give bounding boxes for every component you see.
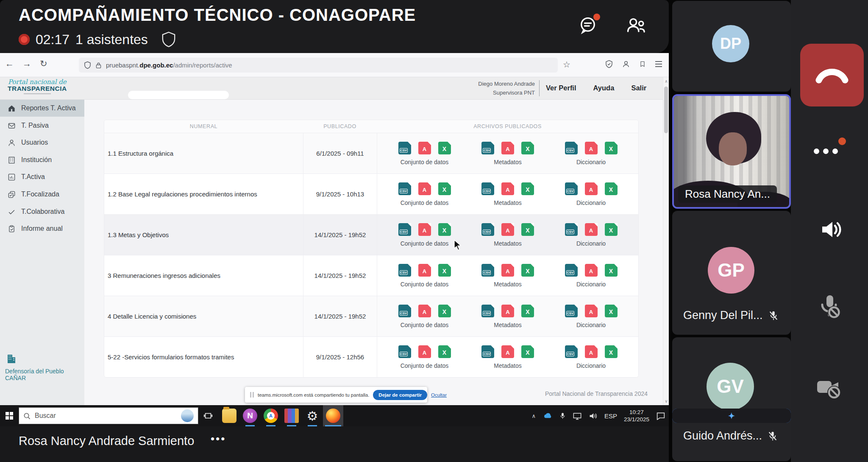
task-view-icon[interactable] xyxy=(198,411,218,420)
sidebar-item-institucion[interactable]: Institución xyxy=(0,151,84,168)
keyboard-language[interactable]: ESP xyxy=(604,412,617,420)
xls-file-icon[interactable]: X xyxy=(438,142,451,154)
pdf-file-icon[interactable]: A xyxy=(418,305,431,317)
xls-file-icon[interactable]: X xyxy=(521,305,534,317)
library-icon[interactable] xyxy=(639,60,646,68)
weather-widget-icon[interactable] xyxy=(181,409,194,422)
pdf-file-icon[interactable]: A xyxy=(418,345,431,358)
xls-file-icon[interactable]: X xyxy=(521,223,534,236)
sidebar-item-usuarios[interactable]: Usuarios xyxy=(0,134,84,151)
xls-file-icon[interactable]: X xyxy=(605,305,618,317)
scrollbar-thumb[interactable] xyxy=(664,87,668,133)
forward-icon[interactable]: → xyxy=(22,59,31,69)
pdf-file-icon[interactable]: A xyxy=(501,223,514,236)
csv-file-icon[interactable]: CSV xyxy=(481,182,494,195)
speaker-icon[interactable] xyxy=(819,216,845,243)
csv-file-icon[interactable]: CSV xyxy=(481,264,494,277)
xls-file-icon[interactable]: X xyxy=(605,223,618,236)
sidebar-item-reportes-t-activa[interactable]: Reportes T. Activa xyxy=(0,100,84,117)
csv-file-icon[interactable]: CSV xyxy=(398,345,411,358)
csv-file-icon[interactable]: CSV xyxy=(398,223,411,236)
browser-profile-icon[interactable]: N xyxy=(243,409,257,423)
menu-ver-perfil[interactable]: Ver Perfil xyxy=(546,84,576,92)
pdf-file-icon[interactable]: A xyxy=(585,264,598,277)
xls-file-icon[interactable]: X xyxy=(521,182,534,195)
chat-icon[interactable] xyxy=(577,15,598,36)
protections-shield-icon[interactable] xyxy=(605,60,613,68)
hang-up-button[interactable] xyxy=(800,44,864,106)
pdf-file-icon[interactable]: A xyxy=(501,305,514,317)
xls-file-icon[interactable]: X xyxy=(438,264,451,277)
menu-icon[interactable] xyxy=(655,61,662,67)
mic-muted-icon[interactable] xyxy=(815,293,843,320)
tray-expand-icon[interactable]: ∧ xyxy=(531,413,536,419)
chrome-icon[interactable]: A xyxy=(264,409,278,423)
scroll-down-icon[interactable]: ∨ xyxy=(664,399,669,403)
pdf-file-icon[interactable]: A xyxy=(418,223,431,236)
menu-salir[interactable]: Salir xyxy=(631,84,646,92)
xls-file-icon[interactable]: X xyxy=(521,142,534,154)
xls-file-icon[interactable]: X xyxy=(438,182,451,195)
clock[interactable]: 10:27 23/1/2025 xyxy=(624,409,649,423)
pdf-file-icon[interactable]: A xyxy=(585,182,598,195)
csv-file-icon[interactable]: CSV xyxy=(565,264,578,277)
volume-icon[interactable] xyxy=(589,412,598,420)
xls-file-icon[interactable]: X xyxy=(605,264,618,277)
winrar-icon[interactable] xyxy=(284,409,299,423)
sidebar-item-t-colaborativa[interactable]: T.Colaborativa xyxy=(0,203,84,220)
taskbar-search-input[interactable]: Buscar xyxy=(19,407,198,424)
sidebar-item-t-pasiva[interactable]: T. Pasiva xyxy=(0,117,84,134)
csv-file-icon[interactable]: CSV xyxy=(565,182,578,195)
stop-sharing-button[interactable]: Dejar de compartir xyxy=(373,390,427,400)
csv-file-icon[interactable]: CSV xyxy=(565,223,578,236)
account-icon[interactable] xyxy=(622,60,630,68)
media-icon[interactable]: ✦ xyxy=(672,409,791,423)
menu-ayuda[interactable]: Ayuda xyxy=(593,84,615,92)
lock-icon[interactable] xyxy=(95,62,102,69)
pdf-file-icon[interactable]: A xyxy=(585,345,598,358)
participant-tile-gp[interactable]: GP Genny Del Pil... xyxy=(672,211,791,335)
pdf-file-icon[interactable]: A xyxy=(501,182,514,195)
xls-file-icon[interactable]: X xyxy=(521,345,534,358)
tracking-shield-icon[interactable] xyxy=(84,61,91,69)
pdf-file-icon[interactable]: A xyxy=(418,142,431,154)
csv-file-icon[interactable]: CSV xyxy=(398,305,411,317)
xls-file-icon[interactable]: X xyxy=(605,345,618,358)
pdf-file-icon[interactable]: A xyxy=(501,345,514,358)
csv-file-icon[interactable]: CSV xyxy=(398,182,411,195)
sidebar-item-t-focalizada[interactable]: T.Focalizada xyxy=(0,186,84,203)
pdf-file-icon[interactable]: A xyxy=(501,264,514,277)
csv-file-icon[interactable]: CSV xyxy=(481,223,494,236)
pdf-file-icon[interactable]: A xyxy=(585,142,598,154)
file-explorer-icon[interactable] xyxy=(222,409,236,423)
csv-file-icon[interactable]: CSV xyxy=(565,142,578,154)
back-icon[interactable]: ← xyxy=(5,59,14,69)
onedrive-cloud-icon[interactable] xyxy=(542,412,553,420)
pdf-file-icon[interactable]: A xyxy=(501,142,514,154)
scroll-up-icon[interactable]: ∧ xyxy=(664,79,669,84)
participants-icon[interactable] xyxy=(625,15,647,35)
microphone-tray-icon[interactable] xyxy=(559,412,566,420)
action-center-icon[interactable] xyxy=(656,412,665,420)
xls-file-icon[interactable]: X xyxy=(605,182,618,195)
sidebar-item-informe-anual[interactable]: Informe anual xyxy=(0,220,84,237)
csv-file-icon[interactable]: CSV xyxy=(481,305,494,317)
sidebar-item-t-activa[interactable]: T.Activa xyxy=(0,168,84,185)
xls-file-icon[interactable]: X xyxy=(438,223,451,236)
participant-tile-dp[interactable]: DP xyxy=(672,1,791,92)
reload-icon[interactable]: ↻ xyxy=(40,59,47,69)
network-icon[interactable] xyxy=(573,412,582,420)
csv-file-icon[interactable]: CSV xyxy=(565,345,578,358)
csv-file-icon[interactable]: CSV xyxy=(481,142,494,154)
csv-file-icon[interactable]: CSV xyxy=(565,305,578,317)
url-bar[interactable]: pruebaspnt.dpe.gob.ec/admin/reports/acti… xyxy=(79,58,558,73)
pdf-file-icon[interactable]: A xyxy=(585,305,598,317)
pdf-file-icon[interactable]: A xyxy=(418,182,431,195)
more-options-icon[interactable] xyxy=(814,148,838,154)
xls-file-icon[interactable]: X xyxy=(521,264,534,277)
participant-tile-gv[interactable]: GV Guido Andrés... xyxy=(672,337,791,461)
pdf-file-icon[interactable]: A xyxy=(418,264,431,277)
hide-share-bar-link[interactable]: Ocultar xyxy=(431,392,447,398)
csv-file-icon[interactable]: CSV xyxy=(481,345,494,358)
participant-video-tile-active[interactable]: Rosa Nancy An... xyxy=(672,94,791,209)
